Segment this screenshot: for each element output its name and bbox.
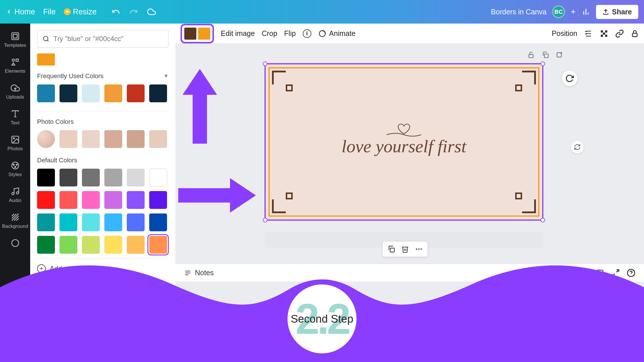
cloud-sync-icon[interactable] (147, 7, 156, 16)
color-swatch[interactable] (149, 191, 167, 209)
lock-icon[interactable] (631, 30, 639, 38)
color-swatch[interactable] (82, 236, 100, 254)
share-button[interactable]: Share (596, 5, 638, 19)
current-color-swatch[interactable] (37, 53, 55, 66)
color-swatch[interactable] (127, 84, 145, 102)
refresh-fab[interactable] (562, 71, 577, 86)
color-swatch[interactable] (149, 130, 167, 148)
color-swatch[interactable] (37, 191, 55, 209)
collapse-handle[interactable] (489, 307, 494, 310)
svg-rect-37 (557, 53, 561, 57)
color-swatch[interactable] (104, 130, 122, 148)
trash-icon[interactable] (401, 245, 409, 253)
color-swatch[interactable] (37, 130, 55, 148)
color-swatch[interactable] (37, 236, 55, 254)
scroll-right-arrow[interactable] (628, 309, 631, 313)
sync-fab[interactable] (571, 141, 584, 153)
color-swatch[interactable] (60, 236, 77, 254)
color-search[interactable] (37, 30, 168, 48)
rail-background[interactable]: Background (0, 208, 30, 234)
color-swatch[interactable] (37, 84, 55, 102)
fullscreen-icon[interactable] (611, 269, 620, 277)
color-swatch[interactable] (60, 130, 77, 148)
color-swatch[interactable] (60, 169, 77, 186)
element-colors[interactable] (181, 24, 214, 43)
rail-more[interactable] (0, 234, 30, 252)
color-swatch[interactable] (82, 213, 100, 231)
color-swatch[interactable] (104, 213, 122, 231)
info-icon[interactable]: i (303, 29, 311, 38)
add-another-button[interactable]: + Add another (37, 258, 168, 273)
color-swatch[interactable] (82, 191, 100, 209)
grid-view-icon[interactable]: 1 (596, 269, 604, 277)
scroll-left-arrow[interactable] (352, 309, 355, 313)
element-color-2[interactable] (198, 28, 210, 40)
color-swatch[interactable] (60, 213, 77, 231)
more-icon[interactable] (415, 245, 423, 253)
color-swatch[interactable] (149, 213, 167, 231)
color-swatch[interactable] (60, 84, 77, 102)
chevron-down-icon[interactable]: ▼ (164, 73, 168, 79)
animate-button[interactable]: Animate (318, 29, 356, 38)
duplicate-page-icon[interactable] (542, 51, 549, 59)
element-color-1[interactable] (184, 28, 196, 40)
svg-rect-33 (605, 34, 607, 37)
edit-image-button[interactable]: Edit image (221, 29, 255, 38)
design-page[interactable]: love yourself first (264, 63, 543, 221)
color-swatch[interactable] (149, 236, 167, 254)
color-swatch[interactable] (104, 191, 122, 209)
color-search-input[interactable] (53, 35, 163, 43)
crop-button[interactable]: Crop (262, 29, 277, 38)
color-swatch[interactable] (82, 84, 100, 102)
add-collaborator-button[interactable]: + (571, 7, 576, 17)
color-swatch[interactable] (104, 169, 122, 186)
color-swatch[interactable] (127, 169, 145, 186)
help-icon[interactable] (627, 269, 635, 277)
undo-icon[interactable] (112, 7, 120, 16)
color-swatch[interactable] (37, 213, 55, 231)
rail-photos[interactable]: Photos (0, 130, 30, 156)
color-swatch[interactable] (60, 191, 77, 209)
color-swatch[interactable] (127, 191, 145, 209)
rail-templates[interactable]: Templates (0, 27, 30, 53)
rail-elements[interactable]: Elements (0, 53, 30, 79)
notes-button[interactable]: Notes (184, 269, 214, 277)
color-swatch[interactable] (37, 169, 55, 186)
file-button[interactable]: File (43, 7, 56, 16)
flip-button[interactable]: Flip (284, 29, 296, 38)
user-avatar[interactable]: BC (552, 5, 565, 18)
color-swatch[interactable] (127, 130, 145, 148)
color-swatch[interactable] (82, 169, 100, 186)
resize-handle-br[interactable] (540, 218, 545, 222)
redo-icon[interactable] (129, 7, 138, 16)
color-swatch[interactable] (127, 213, 145, 231)
color-swatch[interactable] (127, 236, 145, 254)
color-swatch[interactable] (149, 84, 167, 102)
rail-uploads[interactable]: Uploads (0, 79, 30, 105)
add-page-icon[interactable] (556, 51, 564, 59)
rail-audio[interactable]: Audio (0, 182, 30, 208)
resize-handle-tl[interactable] (263, 61, 267, 66)
avatar-initials: BC (555, 9, 563, 15)
resize-button[interactable]: Resize (64, 7, 97, 16)
duplicate-icon[interactable] (387, 245, 395, 253)
layers-icon[interactable] (584, 29, 593, 38)
link-icon[interactable] (615, 29, 624, 38)
resize-label: Resize (73, 7, 97, 16)
resize-handle-bl[interactable] (263, 218, 267, 222)
rail-styles[interactable]: Styles (0, 156, 30, 182)
animate-icon (318, 30, 326, 38)
home-button[interactable]: Home (6, 7, 35, 16)
rail-text[interactable]: Text (0, 105, 30, 130)
position-button[interactable]: Position (552, 29, 577, 38)
color-swatch[interactable] (104, 236, 122, 254)
resize-handle-tr[interactable] (540, 61, 545, 66)
script-text[interactable]: love yourself first (342, 136, 466, 157)
color-swatch[interactable] (104, 84, 122, 102)
insights-icon[interactable] (582, 7, 590, 16)
color-swatch[interactable] (82, 130, 100, 148)
document-title[interactable]: Borders in Canva (491, 8, 547, 16)
transparency-icon[interactable] (600, 29, 608, 38)
page-lock-icon[interactable] (527, 51, 535, 59)
color-swatch[interactable] (149, 169, 167, 186)
